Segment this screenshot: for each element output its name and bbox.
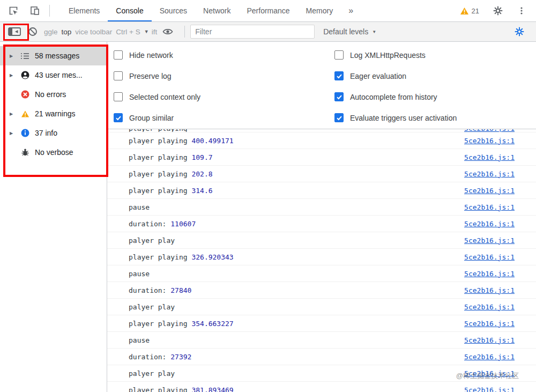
source-link[interactable]: 5ce2b16.js:1 xyxy=(464,270,515,278)
console-message: pause5ce2b16.js:1 xyxy=(107,332,536,349)
context-selector[interactable]: top xyxy=(62,28,72,36)
message-text: pause xyxy=(129,336,150,344)
source-link[interactable]: 5ce2b16.js:1 xyxy=(464,303,515,311)
checkbox-unchecked-icon[interactable] xyxy=(334,50,344,60)
checkbox-unchecked-icon[interactable] xyxy=(114,50,123,60)
disclosure-triangle-icon[interactable]: ▶ xyxy=(10,131,15,136)
info-icon xyxy=(20,129,29,138)
checkbox-preserve-log[interactable]: Preserve log xyxy=(114,65,334,86)
sidebar-item-label: 58 messages xyxy=(35,51,79,60)
checkbox-eager-evaluation[interactable]: Eager evaluation xyxy=(334,65,536,86)
checkbox-checked-icon[interactable] xyxy=(334,113,344,122)
tab-elements[interactable]: Elements xyxy=(61,0,108,21)
inspect-element-icon[interactable] xyxy=(6,4,20,18)
sidebar-item-user-messages[interactable]: ▶43 user mes... xyxy=(0,65,107,85)
tab-sources[interactable]: Sources xyxy=(152,0,195,21)
source-link[interactable]: 5ce2b16.js:1 xyxy=(464,129,515,132)
checkbox-autocomplete-from-history[interactable]: Autocomplete from history xyxy=(334,86,536,107)
tab-console[interactable]: Console xyxy=(108,0,151,21)
source-link[interactable]: 5ce2b16.js:1 xyxy=(464,187,515,195)
source-link[interactable]: 5ce2b16.js:1 xyxy=(464,353,515,361)
message-text: player playing 109.7 xyxy=(129,153,213,161)
log-levels-label: Default levels xyxy=(323,27,368,36)
source-link[interactable]: 5ce2b16.js:1 xyxy=(464,170,515,178)
message-text: player playing 400.499171 xyxy=(129,137,234,145)
device-toolbar-icon[interactable] xyxy=(28,4,42,18)
checkbox-unchecked-icon[interactable] xyxy=(114,71,123,80)
message-value: 400.499171 xyxy=(191,137,233,145)
console-settings-gear-icon[interactable] xyxy=(512,25,526,39)
checkbox-selected-context-only[interactable]: Selected context only xyxy=(114,86,334,107)
message-text: player playing 326.920343 xyxy=(129,253,234,261)
checkbox-hide-network[interactable]: Hide network xyxy=(114,45,334,65)
checkbox-log-xmlhttprequests[interactable]: Log XMLHttpRequests xyxy=(334,45,536,65)
message-value: 314.6 xyxy=(191,187,212,195)
sidebar-item-verbose[interactable]: ▶No verbose xyxy=(0,143,107,162)
console-messages-list: player playing5ce2b16.js:1player playing… xyxy=(107,129,536,392)
source-link[interactable]: 5ce2b16.js:1 xyxy=(464,137,515,145)
message-text: duration: 27392 xyxy=(129,353,191,361)
checkbox-checked-icon[interactable] xyxy=(114,113,123,122)
kebab-menu-icon[interactable] xyxy=(515,4,528,18)
console-body: ▶58 messages▶43 user mes...▶No errors▶21… xyxy=(0,42,536,392)
warnings-badge[interactable]: 21 xyxy=(453,0,486,21)
message-value: 202.8 xyxy=(191,170,212,178)
source-link[interactable]: 5ce2b16.js:1 xyxy=(464,336,515,344)
list-icon xyxy=(20,51,29,61)
source-link[interactable]: 5ce2b16.js:1 xyxy=(464,286,515,294)
sidebar-item-messages[interactable]: ▶58 messages xyxy=(0,46,107,65)
more-tabs-button[interactable]: » xyxy=(341,0,361,21)
source-link[interactable]: 5ce2b16.js:1 xyxy=(464,253,515,261)
console-message: player playing 314.65ce2b16.js:1 xyxy=(107,182,536,199)
disclosure-triangle-icon[interactable]: ▶ xyxy=(10,73,15,78)
console-message-inner: palyer play5ce2b16.js:1 xyxy=(107,232,536,248)
source-link[interactable]: 5ce2b16.js:1 xyxy=(464,153,515,161)
source-link[interactable]: 5ce2b16.js:1 xyxy=(464,236,515,245)
disclosure-triangle-icon[interactable]: ▶ xyxy=(10,112,15,116)
checkbox-checked-icon[interactable] xyxy=(334,92,344,101)
console-message: palyer play5ce2b16.js:1 xyxy=(107,299,536,315)
tab-performance[interactable]: Performance xyxy=(239,0,297,21)
sidebar-item-info[interactable]: ▶37 info xyxy=(0,123,107,143)
source-link[interactable]: 5ce2b16.js:1 xyxy=(464,320,515,328)
message-text: player playing xyxy=(129,129,188,132)
chevron-down-icon: ▼ xyxy=(372,29,376,34)
disclosure-triangle-icon[interactable]: ▶ xyxy=(10,54,15,58)
console-message: duration: 273925ce2b16.js:1 xyxy=(107,349,536,365)
tab-network[interactable]: Network xyxy=(195,0,239,21)
sidebar-item-errors[interactable]: ▶No errors xyxy=(0,85,107,104)
clear-console-icon[interactable] xyxy=(26,25,40,39)
message-text: pause xyxy=(129,270,150,278)
console-message: player playing 381.8934695ce2b16.js:1 xyxy=(107,382,536,392)
sidebar-item-label: No errors xyxy=(35,90,66,99)
live-expression-eye-icon[interactable] xyxy=(161,25,175,39)
sidebar-item-warnings[interactable]: ▶21 warnings xyxy=(0,104,107,123)
settings-column-left: Hide networkPreserve logSelected context… xyxy=(114,45,334,129)
log-levels-dropdown[interactable]: Default levels ▼ xyxy=(323,27,376,36)
message-text: palyer play xyxy=(129,236,175,245)
checkbox-group-similar[interactable]: Group similar xyxy=(114,107,334,128)
settings-column-right: Log XMLHttpRequestsEager evaluationAutoc… xyxy=(334,45,536,129)
console-sidebar-toggle-icon[interactable] xyxy=(8,25,21,39)
source-link[interactable]: 5ce2b16.js:1 xyxy=(464,203,515,211)
warning-icon xyxy=(460,7,469,15)
checkbox-label: Log XMLHttpRequests xyxy=(350,51,426,60)
console-message-inner: player playing 314.65ce2b16.js:1 xyxy=(107,182,536,198)
message-text: pause xyxy=(129,203,150,211)
source-link[interactable]: 5ce2b16.js:1 xyxy=(464,220,515,228)
settings-gear-icon[interactable] xyxy=(491,4,505,18)
console-main: Hide networkPreserve logSelected context… xyxy=(107,42,536,392)
checkbox-unchecked-icon[interactable] xyxy=(114,92,123,101)
checkbox-label: Group similar xyxy=(129,114,174,122)
checkbox-label: Hide network xyxy=(129,51,173,60)
source-link[interactable]: 5ce2b16.js:1 xyxy=(464,386,515,392)
console-sidebar: ▶58 messages▶43 user mes...▶No errors▶21… xyxy=(0,42,107,392)
checkbox-evaluate-triggers-user-activation[interactable]: Evaluate triggers user activation xyxy=(334,107,536,128)
console-message-inner: duration: 273925ce2b16.js:1 xyxy=(107,349,536,365)
tabbar-right-icons xyxy=(486,0,536,21)
console-message-inner: pause5ce2b16.js:1 xyxy=(107,332,536,348)
tab-memory[interactable]: Memory xyxy=(298,0,341,21)
checkbox-checked-icon[interactable] xyxy=(334,71,344,80)
filter-input[interactable] xyxy=(190,25,315,39)
console-message: pause5ce2b16.js:1 xyxy=(107,199,536,216)
